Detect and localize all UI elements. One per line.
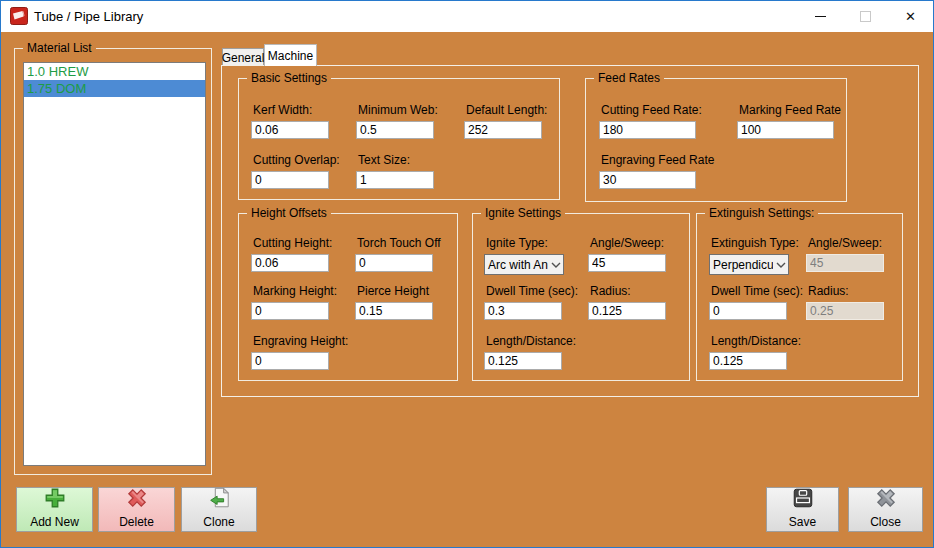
close-label: Close xyxy=(870,515,901,530)
ignite-radius-label: Radius: xyxy=(588,284,666,298)
basic-settings-group: Basic Settings Kerf Width: Minimum Web: … xyxy=(238,78,560,200)
field-extinguish-dwell-time: Dwell Time (sec): xyxy=(709,284,803,320)
save-floppy-icon xyxy=(791,486,815,514)
minimum-web-label: Minimum Web: xyxy=(356,103,438,117)
extinguish-settings-label: Extinguish Settings: xyxy=(705,206,818,220)
feed-rates-label: Feed Rates xyxy=(594,71,664,85)
kerf-width-label: Kerf Width: xyxy=(251,103,329,117)
delete-x-icon xyxy=(125,486,149,514)
extinguish-length-distance-input[interactable] xyxy=(709,352,787,370)
field-default-length: Default Length: xyxy=(464,103,547,139)
field-extinguish-angle-sweep: Angle/Sweep: xyxy=(806,236,884,272)
field-text-size: Text Size: xyxy=(356,153,434,189)
engraving-height-input[interactable] xyxy=(251,352,329,370)
ignite-angle-sweep-input[interactable] xyxy=(588,254,666,272)
engraving-height-label: Engraving Height: xyxy=(251,334,348,348)
add-new-button[interactable]: Add New xyxy=(16,487,93,532)
clone-document-icon xyxy=(207,486,231,514)
field-marking-feed-rate: Marking Feed Rate xyxy=(737,103,841,139)
ignite-radius-input[interactable] xyxy=(588,302,666,320)
text-size-label: Text Size: xyxy=(356,153,434,167)
field-cutting-feed-rate: Cutting Feed Rate: xyxy=(599,103,702,139)
field-torch-touch-off: Torch Touch Off xyxy=(355,236,441,272)
minimum-web-input[interactable] xyxy=(356,121,434,139)
ignite-length-distance-label: Length/Distance: xyxy=(484,334,576,348)
list-item-selected[interactable]: 1.75 DOM xyxy=(24,80,205,97)
cutting-overlap-input[interactable] xyxy=(251,171,329,189)
field-cutting-height: Cutting Height: xyxy=(251,236,332,272)
maximize-button xyxy=(843,1,888,31)
maximize-icon xyxy=(860,11,871,22)
field-cutting-overlap: Cutting Overlap: xyxy=(251,153,340,189)
marking-feed-rate-label: Marking Feed Rate xyxy=(737,103,841,117)
field-ignite-angle-sweep: Angle/Sweep: xyxy=(588,236,666,272)
field-pierce-height: Pierce Height xyxy=(355,284,433,320)
minimize-icon xyxy=(815,16,826,17)
tab-general[interactable]: General xyxy=(222,48,264,66)
basic-settings-label: Basic Settings xyxy=(247,71,331,85)
close-x-icon xyxy=(874,486,898,514)
delete-button[interactable]: Delete xyxy=(98,487,175,532)
delete-label: Delete xyxy=(119,515,154,530)
torch-touch-off-input[interactable] xyxy=(355,254,433,272)
field-engraving-height: Engraving Height: xyxy=(251,334,348,370)
tab-machine[interactable]: Machine xyxy=(264,44,317,66)
extinguish-settings-group: Extinguish Settings: Extinguish Type: Pe… xyxy=(696,213,903,381)
material-list-group: Material List 1.0 HREW 1.75 DOM xyxy=(14,48,212,475)
kerf-width-input[interactable] xyxy=(251,121,329,139)
material-listbox[interactable]: 1.0 HREW 1.75 DOM xyxy=(23,62,206,466)
cutting-overlap-label: Cutting Overlap: xyxy=(251,153,340,167)
save-button[interactable]: Save xyxy=(766,487,839,532)
marking-height-input[interactable] xyxy=(251,302,329,320)
pierce-height-input[interactable] xyxy=(355,302,433,320)
height-offsets-group: Height Offsets Cutting Height: Torch Tou… xyxy=(238,213,458,381)
clone-button[interactable]: Clone xyxy=(181,487,257,532)
close-icon: ✕ xyxy=(905,10,916,23)
cutting-height-label: Cutting Height: xyxy=(251,236,332,250)
engraving-feed-rate-label: Engraving Feed Rate xyxy=(599,153,714,167)
extinguish-angle-sweep-label: Angle/Sweep: xyxy=(806,236,884,250)
marking-feed-rate-input[interactable] xyxy=(737,121,834,139)
field-extinguish-radius: Radius: xyxy=(806,284,884,320)
ignite-settings-group: Ignite Settings Ignite Type: Arc with An… xyxy=(472,213,690,381)
field-ignite-length-distance: Length/Distance: xyxy=(484,334,576,370)
extinguish-length-distance-label: Length/Distance: xyxy=(709,334,801,348)
field-kerf-width: Kerf Width: xyxy=(251,103,329,139)
ignite-settings-label: Ignite Settings xyxy=(481,206,565,220)
machine-tab-page: Basic Settings Kerf Width: Minimum Web: … xyxy=(221,65,919,397)
torch-touch-off-label: Torch Touch Off xyxy=(355,236,441,250)
close-button[interactable]: Close xyxy=(848,487,923,532)
close-window-button[interactable]: ✕ xyxy=(888,1,933,31)
ignite-dwell-time-input[interactable] xyxy=(484,302,562,320)
field-extinguish-length-distance: Length/Distance: xyxy=(709,334,801,370)
extinguish-type-value: Perpendicul xyxy=(710,258,773,272)
ignite-length-distance-input[interactable] xyxy=(484,352,562,370)
field-minimum-web: Minimum Web: xyxy=(356,103,438,139)
extinguish-type-label: Extinguish Type: xyxy=(709,236,799,250)
cutting-feed-rate-input[interactable] xyxy=(599,121,696,139)
extinguish-type-dropdown[interactable]: Perpendicul xyxy=(709,254,789,275)
pierce-height-label: Pierce Height xyxy=(355,284,433,298)
ignite-angle-sweep-label: Angle/Sweep: xyxy=(588,236,666,250)
extinguish-dwell-time-input[interactable] xyxy=(709,302,787,320)
height-offsets-label: Height Offsets xyxy=(247,206,331,220)
titlebar[interactable]: Tube / Pipe Library ✕ xyxy=(1,1,933,32)
text-size-input[interactable] xyxy=(356,171,434,189)
ignite-type-dropdown[interactable]: Arc with Ang xyxy=(484,254,564,275)
marking-height-label: Marking Height: xyxy=(251,284,337,298)
default-length-input[interactable] xyxy=(464,121,542,139)
tube-pipe-library-window: Tube / Pipe Library ✕ Material List 1.0 … xyxy=(0,0,934,548)
ignite-type-value: Arc with Ang xyxy=(485,258,548,272)
window-title: Tube / Pipe Library xyxy=(34,9,143,24)
ignite-type-label: Ignite Type: xyxy=(484,236,564,250)
list-item[interactable]: 1.0 HREW xyxy=(24,63,205,80)
field-engraving-feed-rate: Engraving Feed Rate xyxy=(599,153,714,189)
plus-icon xyxy=(43,486,67,514)
field-extinguish-type: Extinguish Type: Perpendicul xyxy=(709,236,799,275)
app-icon xyxy=(10,7,28,25)
cutting-height-input[interactable] xyxy=(251,254,329,272)
engraving-feed-rate-input[interactable] xyxy=(599,171,696,189)
extinguish-radius-label: Radius: xyxy=(806,284,884,298)
cutting-feed-rate-label: Cutting Feed Rate: xyxy=(599,103,702,117)
minimize-button[interactable] xyxy=(798,1,843,31)
